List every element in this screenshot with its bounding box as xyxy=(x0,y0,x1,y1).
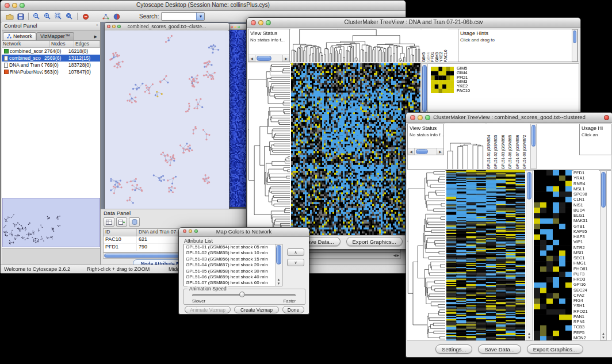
column-label[interactable]: YKE2 xyxy=(439,29,443,62)
attribute-list-item[interactable]: GPL51-05 (GSM858) heat shock 30 min xyxy=(185,269,275,274)
heatmap[interactable] xyxy=(291,63,420,235)
network-canvas[interactable] xyxy=(105,30,228,208)
scrollbar-arrows[interactable]: ▲▼ xyxy=(276,278,282,286)
gene-label[interactable]: FIG4 xyxy=(573,298,599,303)
attribute-list-item[interactable]: GPL51-07 (GSM860) heat shock 60 min xyxy=(185,280,275,286)
scrollbar-thumb[interactable] xyxy=(527,172,531,200)
usage-hints-scrollbar[interactable] xyxy=(572,29,577,62)
gene-label[interactable]: CPA2 xyxy=(573,293,599,298)
scrollbar-track[interactable] xyxy=(255,55,282,62)
column-label[interactable]: PAC10 xyxy=(443,29,448,62)
view-status-scrollbar[interactable]: ◀ ▶ xyxy=(408,148,443,155)
gene-label[interactable]: YRA1 xyxy=(573,175,599,181)
selection-heatmap[interactable] xyxy=(534,170,572,340)
attribute-list-item[interactable]: GPL51-02 (GSM855) heat shock 10 min xyxy=(185,250,275,256)
column-label[interactable]: GPL51-03 (GSM856 xyxy=(501,124,508,169)
open-session-icon[interactable] xyxy=(4,12,15,21)
close-icon[interactable] xyxy=(251,20,256,25)
attribute-list-item[interactable]: GPL51-06 (GSM859) heat shock 40 min xyxy=(185,274,275,280)
gene-label[interactable]: MSI1 xyxy=(573,250,599,255)
gene-label[interactable]: PAN1 xyxy=(573,314,599,319)
create-vizmap-button[interactable]: Create Vizmap xyxy=(234,306,279,313)
column-dendrogram[interactable] xyxy=(291,29,420,62)
scroll-left-icon[interactable]: ◀ xyxy=(248,55,255,62)
scrollbar-thumb[interactable] xyxy=(601,172,606,208)
slider-thumb[interactable] xyxy=(239,292,245,297)
minimize-icon[interactable] xyxy=(189,229,192,233)
gene-label[interactable]: KAP95 xyxy=(573,229,599,234)
gene-label[interactable]: PEP5 xyxy=(573,330,599,335)
attribute-list-item[interactable]: GPL51-03 (GSM856) heat shock 15 min xyxy=(185,256,275,262)
gene-label[interactable]: GTB1 xyxy=(573,224,599,229)
scroll-right-icon[interactable]: ▶ xyxy=(282,55,289,62)
scrollbar-thumb[interactable] xyxy=(257,56,271,61)
gene-label[interactable]: HRD3 xyxy=(573,277,599,282)
done-button[interactable]: Done xyxy=(282,306,304,313)
gene-label[interactable]: MON2 xyxy=(573,335,599,340)
panel-float-icon[interactable]: ▫ xyxy=(96,22,98,28)
treeview-button[interactable]: Export Graphics... xyxy=(527,344,583,354)
scrollbar-thumb[interactable] xyxy=(422,65,427,112)
tab-network[interactable]: Network xyxy=(3,32,36,40)
zoom-selected-icon[interactable] xyxy=(53,12,64,21)
select-attributes-icon[interactable] xyxy=(104,217,114,227)
selection-heatmap[interactable] xyxy=(431,67,454,93)
close-icon[interactable] xyxy=(183,229,186,233)
minimize-icon[interactable] xyxy=(234,26,236,28)
attribute-list-item[interactable]: GPL51-01 (GSM854) heat shock 05 min xyxy=(185,244,275,250)
scrollbar-thumb[interactable] xyxy=(276,245,281,265)
scrollbar-thumb[interactable] xyxy=(573,30,576,43)
top-vscrollbar[interactable] xyxy=(530,124,537,169)
minimize-icon[interactable] xyxy=(12,3,17,8)
destroy-view-icon[interactable] xyxy=(80,12,91,21)
heatmap-vscrollbar[interactable]: ▲▼ xyxy=(526,170,533,340)
minimize-icon[interactable] xyxy=(418,115,423,120)
database-icon[interactable] xyxy=(129,217,140,227)
animate-vizmap-button[interactable]: Animate Vizmap xyxy=(185,306,231,313)
gene-label[interactable]: RNR4 xyxy=(573,181,599,186)
column-label[interactable]: GPL51-01 (GSM854 xyxy=(487,124,494,169)
scrollbar-thumb[interactable] xyxy=(531,125,536,147)
gene-label[interactable]: RPN1 xyxy=(573,319,599,324)
network-table-row[interactable]: DNA and Tran 07769(0)183728(0) xyxy=(2,62,100,68)
gene-label[interactable]: MSL1 xyxy=(573,186,599,191)
row-dendrogram[interactable] xyxy=(248,63,290,235)
gene-label[interactable]: PFD1 xyxy=(573,170,599,175)
move-down-button[interactable]: ∨ xyxy=(287,259,304,266)
scrollbar-arrows[interactable]: ◀▶ xyxy=(393,253,400,257)
heatmap[interactable] xyxy=(446,170,525,340)
gene-label[interactable]: VIP1 xyxy=(573,239,599,244)
treeview-button[interactable]: Save Data... xyxy=(478,344,521,354)
column-label[interactable]: PFD1 xyxy=(430,29,435,62)
column-label[interactable]: GIM4 xyxy=(426,29,431,62)
column-label[interactable]: GIM5 xyxy=(422,29,426,62)
gene-label[interactable]: PHO81 xyxy=(573,266,599,271)
gene-label[interactable]: NTR2 xyxy=(573,245,599,250)
scrollbar-thumb[interactable] xyxy=(416,149,428,154)
zoom-window-icon[interactable] xyxy=(238,26,240,28)
network-overview-thumbnail[interactable] xyxy=(2,198,100,247)
network-table-row[interactable]: RNAPuberNov2563(0)107847(0) xyxy=(2,68,100,75)
gene-label[interactable]: GPI16 xyxy=(573,282,599,287)
column-header[interactable]: Network xyxy=(2,41,50,47)
scroll-right-icon[interactable]: ▶ xyxy=(437,148,443,155)
scrollbar-arrows[interactable]: ▲▼ xyxy=(600,332,606,340)
column-header[interactable]: ID xyxy=(104,229,137,236)
view-status-scrollbar[interactable]: ◀ ▶ xyxy=(248,55,289,62)
column-label[interactable]: GPL51-08 (GSM872 xyxy=(522,124,529,169)
gene-label[interactable]: SEC24 xyxy=(573,288,599,293)
gene-label[interactable]: PAC10 xyxy=(457,89,480,93)
save-session-icon[interactable] xyxy=(15,12,26,21)
column-header[interactable]: Edges xyxy=(74,41,100,47)
gene-label[interactable]: HMG1 xyxy=(573,260,599,266)
network-table-row[interactable]: combined_scores2764(0)16218(0) xyxy=(2,48,100,55)
chevron-down-icon[interactable]: ▼ xyxy=(196,13,204,20)
vizmapper-icon[interactable] xyxy=(111,12,122,21)
row-dendrogram[interactable] xyxy=(407,170,445,340)
create-attribute-icon[interactable] xyxy=(116,217,127,227)
minimize-icon[interactable] xyxy=(112,25,116,28)
zoom-out-icon[interactable] xyxy=(31,12,42,21)
close-icon[interactable] xyxy=(231,26,233,28)
close-icon[interactable] xyxy=(5,3,10,8)
column-label[interactable]: GIM3 xyxy=(435,29,439,62)
